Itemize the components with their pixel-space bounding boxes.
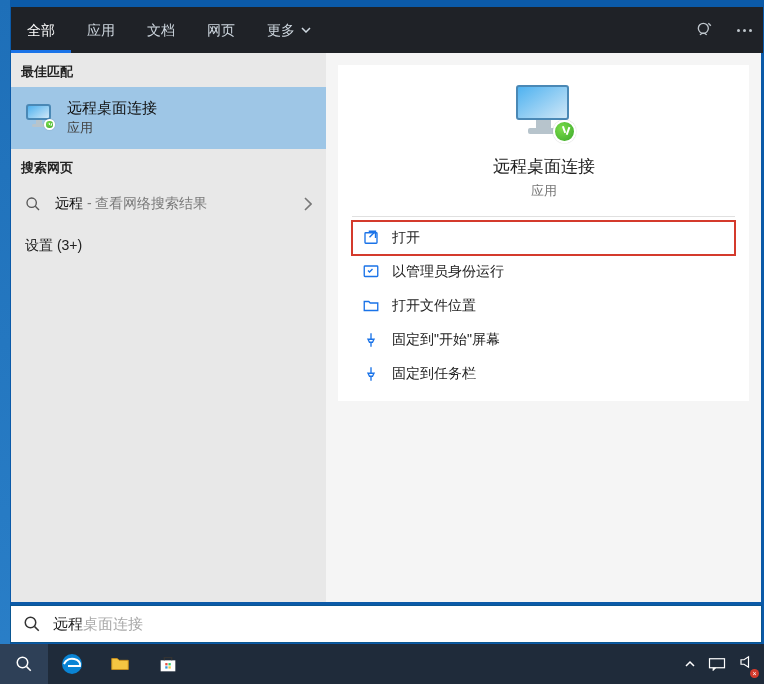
taskbar-store[interactable] (144, 644, 192, 684)
chevron-right-icon (304, 197, 312, 211)
search-web-header: 搜索网页 (11, 149, 326, 183)
svg-rect-8 (168, 663, 170, 665)
tray-chevron-up-icon[interactable] (684, 658, 696, 670)
results-panel: 最佳匹配 远程桌面连接 应用 搜索网页 远程 - 查看网络搜索结果 设置 (3+… (11, 53, 326, 602)
pin-taskbar-icon (362, 365, 380, 383)
action-pin-to-taskbar[interactable]: 固定到任务栏 (352, 357, 735, 391)
search-web-item[interactable]: 远程 - 查看网络搜索结果 (11, 183, 326, 225)
svg-rect-11 (710, 659, 725, 668)
action-run-as-admin[interactable]: 以管理员身份运行 (352, 255, 735, 289)
tab-apps[interactable]: 应用 (71, 7, 131, 53)
tab-more-label: 更多 (267, 7, 295, 53)
svg-point-5 (17, 657, 28, 668)
taskbar-edge[interactable] (48, 644, 96, 684)
search-suggestion-text: 桌面连接 (83, 615, 143, 632)
action-center-icon[interactable] (708, 657, 726, 671)
best-match-item[interactable]: 远程桌面连接 应用 (11, 87, 326, 149)
taskbar: × (0, 644, 764, 684)
detail-panel: 远程桌面连接 应用 打开 以管理员身份运行 打开文件位置 固定到"开始"屏幕 (326, 53, 761, 602)
detail-divider (352, 216, 735, 217)
search-icon (25, 196, 41, 212)
search-icon (15, 655, 33, 673)
tab-more[interactable]: 更多 (251, 7, 327, 53)
detail-subtitle: 应用 (352, 182, 735, 200)
feedback-icon[interactable] (695, 20, 715, 40)
taskbar-search-button[interactable] (0, 644, 48, 684)
search-bar[interactable]: 远程桌面连接 (10, 605, 762, 643)
action-open-label: 打开 (392, 229, 420, 247)
action-pin-to-taskbar-label: 固定到任务栏 (392, 365, 476, 383)
svg-point-0 (698, 23, 708, 33)
detail-title: 远程桌面连接 (352, 155, 735, 178)
store-icon (157, 653, 179, 675)
action-open-file-location-label: 打开文件位置 (392, 297, 476, 315)
folder-icon (109, 653, 131, 675)
volume-muted-icon[interactable]: × (738, 653, 756, 675)
svg-rect-10 (168, 666, 170, 668)
search-typed-text: 远程 (53, 615, 83, 632)
best-match-header: 最佳匹配 (11, 53, 326, 87)
settings-results-label: 设置 (3+) (25, 237, 82, 255)
svg-rect-9 (165, 666, 167, 668)
svg-point-1 (27, 198, 36, 207)
best-match-title: 远程桌面连接 (67, 99, 157, 118)
action-open-file-location[interactable]: 打开文件位置 (352, 289, 735, 323)
search-icon (23, 615, 41, 633)
chevron-down-icon (301, 27, 311, 33)
tab-all[interactable]: 全部 (11, 7, 71, 53)
search-input[interactable]: 远程桌面连接 (53, 615, 143, 634)
action-pin-to-start[interactable]: 固定到"开始"屏幕 (352, 323, 735, 357)
web-hint: - 查看网络搜索结果 (83, 195, 207, 211)
best-match-subtitle: 应用 (67, 120, 157, 137)
folder-icon (362, 297, 380, 315)
svg-point-4 (25, 617, 36, 628)
action-run-as-admin-label: 以管理员身份运行 (392, 263, 504, 281)
tab-web[interactable]: 网页 (191, 7, 251, 53)
action-open[interactable]: 打开 (352, 221, 735, 255)
pin-start-icon (362, 331, 380, 349)
admin-icon (362, 263, 380, 281)
taskbar-file-explorer[interactable] (96, 644, 144, 684)
settings-results-row[interactable]: 设置 (3+) (11, 225, 326, 267)
svg-rect-7 (165, 663, 167, 665)
more-options-icon[interactable] (737, 29, 752, 32)
rdc-icon (25, 104, 53, 132)
web-keyword: 远程 (55, 195, 83, 211)
open-icon (362, 229, 380, 247)
tab-docs[interactable]: 文档 (131, 7, 191, 53)
rdc-large-icon (514, 85, 574, 145)
edge-icon (60, 652, 84, 676)
search-tabs: 全部 应用 文档 网页 更多 (11, 7, 763, 53)
action-pin-to-start-label: 固定到"开始"屏幕 (392, 331, 500, 349)
